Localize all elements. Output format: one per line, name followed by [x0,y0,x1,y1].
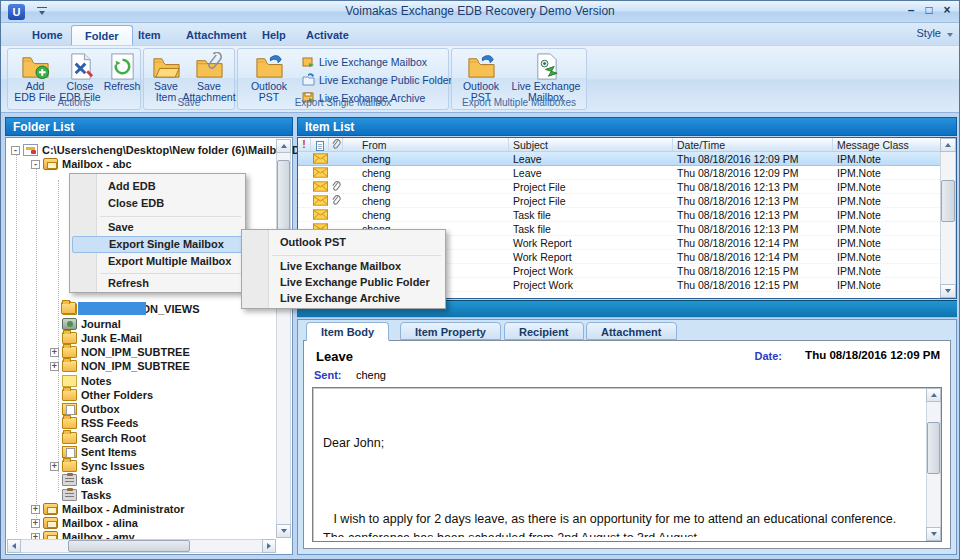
tree-item-outbox[interactable]: Outbox [62,402,120,416]
item-row[interactable]: chengTask fileThu 08/18/2016 12:13 PMIPM… [298,208,940,222]
tab-help[interactable]: Help [249,25,299,45]
expand-icon[interactable]: + [50,462,59,471]
tree-scrollbar-thumb[interactable] [277,160,290,230]
column-importance[interactable]: ! [298,138,311,151]
date-label: Date: [754,350,782,362]
folder-icon [62,332,77,344]
live-exchange-mailbox-icon [302,55,315,68]
folder-icon [62,360,77,372]
live-exchange-public-folder-button[interactable]: Live Exchange Public Folder [302,72,452,87]
scroll-up-button[interactable] [940,138,956,152]
menu-item-save[interactable]: Save [72,219,243,236]
preview-pane: Item Body Item Property Recipient Attach… [297,319,957,555]
folder-doc-icon [62,446,77,458]
tree-item-sent-items[interactable]: Sent Items [62,445,137,459]
column-message-class[interactable]: Message Class [833,138,956,151]
expand-icon[interactable]: + [31,519,40,528]
notes-icon [62,375,77,387]
menu-item-refresh[interactable]: Refresh [72,275,243,292]
column-subject[interactable]: Subject [509,138,673,151]
tree-item-non-ipm-subtree-1[interactable]: + NON_IPM_SUBTREE [50,345,190,359]
scroll-right-button[interactable] [262,539,276,553]
tree-item-other-folders[interactable]: Other Folders [62,388,153,402]
close-edb-file-button[interactable]: Close EDB File [58,52,102,103]
submenu-item-outlook-pst[interactable]: Outlook PST [244,234,443,251]
item-row[interactable]: chengProject FileThu 08/18/2016 12:13 PM… [298,194,940,208]
expand-icon[interactable]: + [31,505,40,514]
scroll-up-button[interactable] [276,139,291,153]
tab-folder[interactable]: Folder [71,25,133,45]
scroll-left-button[interactable] [7,539,21,553]
tree-item-task[interactable]: task [62,473,103,487]
column-from[interactable]: From [343,138,509,151]
tab-item-property[interactable]: Item Property [400,322,501,340]
ribbon-group-export-single: Outlook PST Live Exchange Mailbox Live E… [237,48,449,110]
submenu-item-live-exchange-public-folder[interactable]: Live Exchange Public Folder [244,274,443,291]
item-list-scrollbar-thumb[interactable] [941,180,955,222]
tree-item-tasks[interactable]: Tasks [62,488,111,502]
column-icon[interactable] [311,138,329,151]
tree-item-non-ipm-subtree-2[interactable]: + NON_IPM_SUBTREE [50,359,190,373]
maximize-button[interactable]: □ [921,3,937,19]
submenu-item-live-exchange-archive[interactable]: Live Exchange Archive [244,290,443,307]
tree-guide-line [16,152,17,532]
submenu-item-live-exchange-mailbox[interactable]: Live Exchange Mailbox [244,258,443,275]
refresh-button[interactable]: Refresh [104,52,140,92]
group-label-export-single: Export Single Mailbox [238,97,448,108]
tab-home[interactable]: Home [19,25,76,45]
style-menu[interactable]: Style [917,27,941,39]
tab-attachment[interactable]: Attachment [173,25,260,45]
tree-item-search-root[interactable]: Search Root [62,431,146,445]
tab-attachment[interactable]: Attachment [586,322,677,340]
collapse-icon[interactable]: - [31,160,40,169]
export-multiple-outlook-pst-button[interactable]: Outlook PST [456,52,506,103]
style-dropdown-icon[interactable] [947,33,953,37]
save-attachment-button[interactable]: Save Attachment [184,52,234,103]
collapse-icon[interactable]: - [11,146,20,155]
tree-item-notes[interactable]: Notes [62,374,112,388]
add-edb-icon [21,52,50,81]
mail-icon [313,181,328,192]
menu-item-close-edb[interactable]: Close EDB [72,195,243,212]
column-attachment[interactable] [329,138,343,151]
scroll-down-button[interactable] [276,524,291,538]
column-datetime[interactable]: Date/Time [673,138,833,151]
tab-item-body[interactable]: Item Body [306,322,389,341]
add-edb-file-button[interactable]: Add EDB File [14,52,56,103]
tree-item-sync-issues[interactable]: + Sync Issues [50,459,145,473]
tree-scrollbar-thumb[interactable] [68,540,190,552]
tree-item-mailbox-abc[interactable]: - Mailbox - abc [31,157,132,171]
document-icon [316,141,324,151]
tree-item-edb-root[interactable]: - C:\Users\cheng\Desktop\New folder (6)\… [11,143,300,157]
menu-item-export-multiple-mailbox[interactable]: Export Multiple Mailbox [72,253,243,270]
save-item-button[interactable]: Save Item [148,52,184,103]
export-single-outlook-pst-button[interactable]: Outlook PST [244,52,294,103]
scroll-down-button[interactable] [940,284,956,298]
tree-item-mailbox-alina[interactable]: + Mailbox - alina [31,516,138,530]
tab-activate[interactable]: Activate [293,25,362,45]
tree-item-mailbox-administrator[interactable]: + Mailbox - Administrator [31,502,184,516]
tree-item-rss-feeds[interactable]: RSS Feeds [62,416,138,430]
tab-recipient[interactable]: Recipient [504,322,584,340]
message-body-text: Dear John; I wish to apply for 2 days le… [323,396,915,537]
expand-icon[interactable]: + [50,362,59,371]
live-exchange-mailbox-button[interactable]: Live Exchange Mailbox [302,54,427,69]
tree-item-selected[interactable] [78,302,146,315]
paperclip-icon [331,139,341,151]
scroll-down-button[interactable] [926,527,941,541]
menu-item-export-single-mailbox[interactable]: Export Single Mailbox [72,236,243,253]
menu-item-add-edb[interactable]: Add EDB [72,178,243,195]
close-button[interactable]: × [939,3,955,19]
live-exchange-mailbox-icon [532,52,561,81]
scroll-up-button[interactable] [926,388,941,402]
item-row[interactable]: chengLeaveThu 08/18/2016 12:09 PMIPM.Not… [298,166,940,180]
tree-item-junk-email[interactable]: Junk E-Mail [62,331,142,345]
expand-icon[interactable]: + [50,348,59,357]
tree-item-journal[interactable]: Journal [62,317,121,331]
export-multiple-live-exchange-mailbox-button[interactable]: Live Exchange Mailbox [508,52,584,103]
body-scrollbar-thumb[interactable] [927,422,940,474]
item-row[interactable]: chengLeaveThu 08/18/2016 12:09 PMIPM.Not… [298,152,940,166]
item-row[interactable]: chengProject FileThu 08/18/2016 12:13 PM… [298,180,940,194]
folder-icon [62,417,77,429]
minimize-button[interactable]: – [903,3,919,19]
